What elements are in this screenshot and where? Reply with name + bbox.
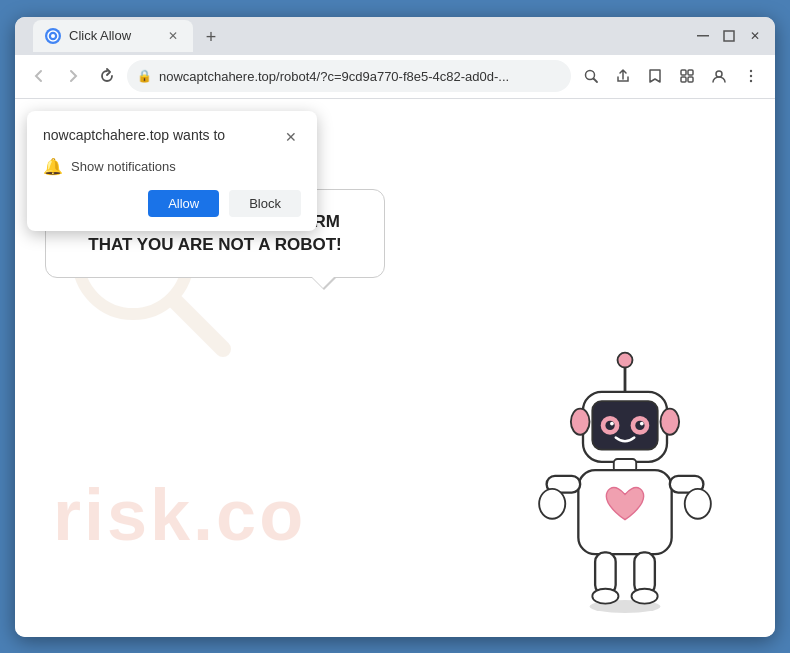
svg-point-26 bbox=[640, 421, 644, 425]
notification-text: Show notifications bbox=[71, 159, 176, 174]
svg-point-28 bbox=[660, 408, 679, 434]
tab-area: Click Allow ✕ + bbox=[25, 20, 687, 52]
svg-point-11 bbox=[716, 71, 722, 77]
popup-title: nowcaptchahere.top wants to bbox=[43, 127, 225, 143]
close-button[interactable]: ✕ bbox=[745, 26, 765, 46]
svg-point-34 bbox=[685, 488, 711, 518]
back-button[interactable] bbox=[25, 62, 53, 90]
svg-point-33 bbox=[539, 488, 565, 518]
block-button[interactable]: Block bbox=[229, 190, 301, 217]
forward-button[interactable] bbox=[59, 62, 87, 90]
menu-icon[interactable] bbox=[737, 62, 765, 90]
toolbar-icons bbox=[577, 62, 765, 90]
svg-rect-9 bbox=[681, 77, 686, 82]
tab-title: Click Allow bbox=[69, 28, 157, 43]
watermark-text: risk.co bbox=[53, 474, 306, 556]
bookmark-icon[interactable] bbox=[641, 62, 669, 90]
svg-point-13 bbox=[750, 75, 752, 77]
minimize-button[interactable] bbox=[693, 26, 713, 46]
svg-rect-8 bbox=[688, 70, 693, 75]
svg-line-16 bbox=[175, 301, 223, 349]
svg-point-27 bbox=[571, 408, 590, 434]
lock-icon: 🔒 bbox=[137, 69, 152, 83]
svg-marker-6 bbox=[650, 70, 660, 82]
url-input[interactable] bbox=[127, 60, 571, 92]
title-bar: Click Allow ✕ + ✕ bbox=[15, 17, 775, 55]
svg-point-39 bbox=[632, 588, 658, 603]
svg-rect-2 bbox=[697, 35, 709, 37]
svg-point-23 bbox=[605, 420, 614, 429]
svg-rect-10 bbox=[688, 77, 693, 82]
popup-buttons: Allow Block bbox=[43, 190, 301, 217]
tab-close-icon[interactable]: ✕ bbox=[165, 28, 181, 44]
robot-illustration bbox=[525, 347, 725, 627]
reload-button[interactable] bbox=[93, 62, 121, 90]
popup-close-button[interactable]: ✕ bbox=[281, 127, 301, 147]
tab-favicon bbox=[45, 28, 61, 44]
svg-line-5 bbox=[594, 79, 598, 83]
maximize-button[interactable] bbox=[719, 26, 739, 46]
url-container: 🔒 bbox=[127, 60, 571, 92]
extension-icon[interactable] bbox=[673, 62, 701, 90]
svg-point-12 bbox=[750, 70, 752, 72]
svg-rect-3 bbox=[724, 31, 734, 41]
popup-notification-row: 🔔 Show notifications bbox=[43, 157, 301, 176]
profile-icon[interactable] bbox=[705, 62, 733, 90]
notification-popup: nowcaptchahere.top wants to ✕ 🔔 Show not… bbox=[27, 111, 317, 231]
share-icon[interactable] bbox=[609, 62, 637, 90]
svg-point-1 bbox=[51, 34, 55, 38]
svg-point-38 bbox=[592, 588, 618, 603]
browser-window: Click Allow ✕ + ✕ 🔒 bbox=[15, 17, 775, 637]
browser-tab[interactable]: Click Allow ✕ bbox=[33, 20, 193, 52]
bell-icon: 🔔 bbox=[43, 157, 63, 176]
new-tab-button[interactable]: + bbox=[197, 24, 225, 52]
window-controls: ✕ bbox=[693, 26, 765, 46]
svg-point-18 bbox=[618, 352, 633, 367]
search-icon[interactable] bbox=[577, 62, 605, 90]
svg-point-25 bbox=[610, 421, 614, 425]
svg-point-14 bbox=[750, 80, 752, 82]
address-bar: 🔒 bbox=[15, 55, 775, 99]
svg-rect-7 bbox=[681, 70, 686, 75]
popup-header: nowcaptchahere.top wants to ✕ bbox=[43, 127, 301, 147]
page-content: risk.co nowcaptchahere.top wants to ✕ 🔔 … bbox=[15, 99, 775, 637]
svg-point-24 bbox=[635, 420, 644, 429]
allow-button[interactable]: Allow bbox=[148, 190, 219, 217]
